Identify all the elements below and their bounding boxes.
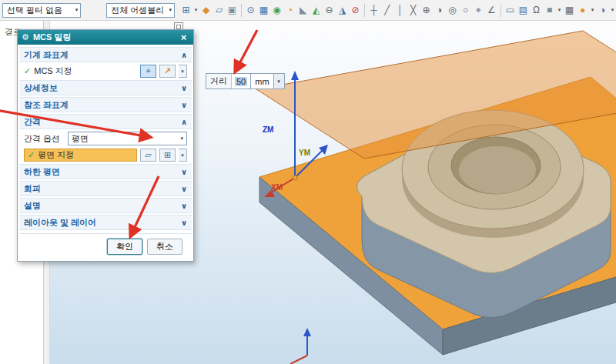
section-description[interactable]: 설명 ∨ bbox=[19, 198, 192, 213]
chevron-down-icon: ▾ bbox=[180, 135, 183, 142]
existing-point-icon[interactable]: ◎ bbox=[446, 3, 459, 17]
split-body-icon[interactable]: ◮ bbox=[336, 3, 349, 17]
section-description-label: 설명 bbox=[24, 200, 41, 212]
trim-body-icon[interactable]: ◭ bbox=[310, 3, 323, 17]
chevron-down-icon: ∨ bbox=[181, 84, 187, 92]
section-lower-limit-plane[interactable]: 하한 평면 ∨ bbox=[19, 164, 192, 179]
close-icon[interactable]: × bbox=[178, 32, 189, 43]
chamfer-icon[interactable]: ◣ bbox=[296, 3, 310, 17]
material-icon[interactable]: ● bbox=[576, 3, 589, 17]
quadrant-icon[interactable]: ◑ bbox=[433, 3, 446, 17]
cancel-button[interactable]: 취소 bbox=[147, 239, 182, 255]
plane-select-button[interactable]: ⊞ bbox=[159, 149, 176, 162]
delete-face-icon[interactable]: ⊘ bbox=[349, 3, 362, 17]
wcs-triad-partial bbox=[290, 328, 311, 364]
chevron-down-icon: ∨ bbox=[181, 202, 187, 210]
ok-button[interactable]: 확인 bbox=[107, 239, 142, 255]
arc-center-icon[interactable]: ⊕ bbox=[420, 3, 433, 17]
csys-options-caret[interactable]: ▾ bbox=[179, 65, 187, 78]
clearance-option-value: 평면 bbox=[72, 133, 89, 145]
top-toolbar: 선택 필터 없음 ▾ 전체 어셈블리 ▾ ⊞ ▾ ◆ ▱ ▣ ⊙ ▦ ◉ ◔ ◣… bbox=[0, 0, 616, 21]
plane-specify-row: ✓ 평면 지정 ▱ ⊞ ▾ bbox=[19, 147, 192, 163]
distance-field-box: 거리 50 bbox=[206, 73, 251, 89]
mcs-specify-label: MCS 지정 bbox=[34, 65, 72, 77]
distance-value: 50 bbox=[235, 77, 247, 86]
plane-dialog-button[interactable]: ▱ bbox=[140, 149, 156, 162]
new-window-icon[interactable]: ▭ bbox=[504, 3, 517, 17]
point-icon[interactable]: ┼ bbox=[367, 3, 380, 17]
material-caret[interactable]: ▾ bbox=[589, 7, 596, 13]
section-layout-layer[interactable]: 레이아웃 및 레이어 ∨ bbox=[19, 215, 192, 230]
orient-arrow-icon: ↗ bbox=[164, 66, 171, 76]
toolbar-separator bbox=[241, 4, 242, 17]
chevron-up-icon: ∧ bbox=[181, 118, 187, 126]
clearance-option-row: 간격 옵션 평면 ▾ bbox=[19, 130, 192, 147]
show-hide-icon[interactable]: Ω bbox=[530, 3, 543, 17]
selection-filter-value: 선택 필터 없음 bbox=[7, 5, 62, 16]
recess-floor[interactable] bbox=[459, 146, 536, 194]
shaded-view-caret[interactable]: ▾ bbox=[556, 7, 563, 13]
end-point-icon[interactable]: ╱ bbox=[380, 3, 393, 17]
section-reference-csys[interactable]: 참조 좌표계 ∨ bbox=[19, 97, 192, 112]
chevron-down-icon: ∨ bbox=[181, 219, 187, 227]
offset-icon[interactable]: ⊖ bbox=[323, 3, 336, 17]
distance-unit-value: mm bbox=[255, 77, 269, 86]
edge-blend-icon[interactable]: ◔ bbox=[283, 3, 296, 17]
clearance-option-label: 간격 옵션 bbox=[24, 133, 60, 145]
check-icon: ✓ bbox=[28, 150, 35, 160]
dialog-titlebar[interactable]: ⚙ MCS 밀링 × bbox=[18, 30, 193, 45]
shaded-view-icon[interactable]: ■ bbox=[543, 3, 556, 17]
chevron-down-icon: ∨ bbox=[181, 101, 187, 109]
layout-icon[interactable]: ▤ bbox=[517, 3, 530, 17]
section-details[interactable]: 상세정보 ∨ bbox=[19, 80, 192, 95]
orient-csys-button[interactable]: ↗ bbox=[159, 65, 176, 78]
design-feature-icon[interactable]: ◆ bbox=[199, 3, 213, 17]
dialog-footer: 확인 취소 bbox=[19, 233, 192, 261]
background-caret[interactable]: ▾ bbox=[609, 7, 616, 13]
point-on-curve-icon[interactable]: ○ bbox=[459, 3, 472, 17]
section-reference-csys-label: 참조 좌표계 bbox=[24, 99, 69, 111]
wireframe-icon[interactable]: ▦ bbox=[563, 3, 576, 17]
selection-filter-dropdown[interactable]: 선택 필터 없음 ▾ bbox=[2, 3, 81, 18]
distance-input-group: 거리 50 mm ▾ bbox=[206, 73, 285, 89]
dialog-title: MCS 밀링 bbox=[33, 32, 72, 43]
plane-options-caret[interactable]: ▾ bbox=[179, 149, 187, 162]
unite-icon[interactable]: ◉ bbox=[270, 3, 283, 17]
point-constructor-icon[interactable]: ⌖ bbox=[472, 3, 485, 17]
distance-unit-caret[interactable]: ▾ bbox=[274, 73, 285, 89]
plane-specify-label: 평면 지정 bbox=[38, 149, 74, 161]
section-clearance[interactable]: 간격 ∧ bbox=[19, 114, 192, 129]
chevron-down-icon: ∨ bbox=[181, 185, 187, 193]
background-icon[interactable]: ◑ bbox=[596, 3, 609, 17]
hole-icon[interactable]: ⊙ bbox=[244, 3, 257, 17]
extrude-icon[interactable]: ▣ bbox=[226, 3, 239, 17]
snap-toggle-icon[interactable]: ⊞ bbox=[179, 3, 192, 17]
section-layout-layer-label: 레이아웃 및 레이어 bbox=[24, 217, 96, 229]
mcs-milling-dialog: ⚙ MCS 밀링 × 기계 좌표계 ∧ ✓ MCS 지정 ⌖ ↗ ▾ 상세정보 … bbox=[17, 29, 194, 262]
clearance-option-dropdown[interactable]: 평면 ▾ bbox=[68, 132, 187, 145]
measure-icon[interactable]: ∠ bbox=[485, 3, 498, 17]
chevron-down-icon: ▾ bbox=[75, 7, 79, 13]
chevron-down-icon: ∨ bbox=[181, 168, 187, 176]
csys-dialog-button[interactable]: ⌖ bbox=[140, 65, 156, 78]
mcs-specify-row: ✓ MCS 지정 ⌖ ↗ ▾ bbox=[19, 63, 192, 79]
intersection-icon[interactable]: ╳ bbox=[407, 3, 420, 17]
distance-input[interactable]: 50 bbox=[231, 74, 250, 88]
snap-toggle-caret[interactable]: ▾ bbox=[192, 7, 199, 13]
axis-label-ym: YM bbox=[299, 149, 310, 157]
app-window: ZM YM XM 선택 필터 없음 ▾ 전체 어셈블리 ▾ ⊞ ▾ ◆ ▱ ▣ … bbox=[0, 0, 616, 364]
selection-scope-dropdown[interactable]: 전체 어셈블리 ▾ bbox=[106, 3, 175, 18]
section-avoidance[interactable]: 회피 ∨ bbox=[19, 181, 192, 196]
mid-point-icon[interactable]: │ bbox=[393, 3, 407, 17]
plane-specify-field[interactable]: ✓ 평면 지정 bbox=[24, 149, 137, 162]
section-avoidance-label: 회피 bbox=[24, 183, 41, 195]
section-machine-csys[interactable]: 기계 좌표계 ∧ bbox=[19, 47, 192, 62]
distance-unit-dropdown[interactable]: mm bbox=[251, 73, 273, 89]
datum-plane-icon[interactable]: ▱ bbox=[213, 3, 226, 17]
axis-label-zm: ZM bbox=[263, 125, 273, 134]
check-icon: ✓ bbox=[24, 66, 31, 76]
dialog-gear-icon: ⚙ bbox=[22, 32, 29, 42]
section-clearance-label: 간격 bbox=[24, 116, 41, 128]
axis-label-xm: XM bbox=[271, 183, 283, 192]
pattern-icon[interactable]: ▦ bbox=[257, 3, 270, 17]
